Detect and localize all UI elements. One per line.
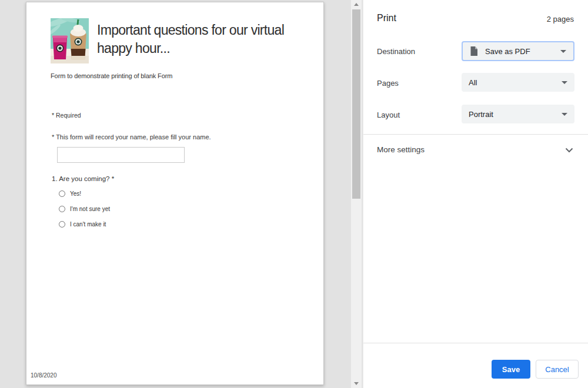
pages-dropdown[interactable]: All	[462, 73, 574, 92]
footer-divider	[363, 343, 588, 343]
radio-option-cant-make-it: I can't make it	[59, 221, 110, 228]
radio-circle-icon	[59, 206, 65, 212]
name-record-prompt: * This form will record your name, pleas…	[52, 133, 211, 141]
form-header-image	[51, 18, 89, 63]
radio-option-not-sure: I'm not sure yet	[59, 206, 110, 212]
form-title-line2: happy hour...	[97, 39, 322, 58]
preview-page-1: Important questions for our virtual happ…	[26, 2, 324, 385]
cancel-button[interactable]: Cancel	[536, 360, 579, 379]
page-count-label: 2 pages	[547, 15, 574, 24]
pages-value: All	[469, 78, 562, 87]
print-preview-area: Important questions for our virtual happ…	[0, 0, 363, 388]
form-title-line1: Important questions for our virtual	[97, 21, 322, 39]
question-1-options: Yes! I'm not sure yet I can't make it	[59, 190, 110, 236]
required-note: * Required	[52, 112, 81, 119]
scrollbar-up-arrow-icon[interactable]	[354, 3, 359, 6]
page-footer-date: 10/8/2020	[31, 372, 57, 379]
question-1-label: 1. Are you coming? *	[52, 175, 114, 182]
form-subtitle: Form to demonstrate printing of blank Fo…	[51, 72, 172, 79]
document-icon	[470, 46, 478, 56]
more-settings-label: More settings	[377, 145, 425, 154]
more-settings-toggle[interactable]: More settings	[363, 135, 588, 165]
radio-option-yes: Yes!	[59, 190, 110, 197]
form-title: Important questions for our virtual happ…	[97, 21, 322, 58]
pages-label: Pages	[377, 79, 399, 88]
dropdown-caret-icon	[562, 81, 567, 84]
radio-circle-icon	[59, 190, 65, 197]
destination-label: Destination	[377, 47, 415, 56]
dropdown-caret-icon	[562, 113, 567, 116]
radio-circle-icon	[59, 221, 65, 228]
radio-option-label: I can't make it	[70, 221, 106, 228]
layout-label: Layout	[377, 111, 400, 119]
radio-option-label: I'm not sure yet	[70, 206, 110, 212]
scrollbar-thumb[interactable]	[352, 9, 360, 199]
save-button[interactable]: Save	[492, 360, 530, 379]
dialog-title: Print	[377, 13, 396, 24]
destination-value: Save as PDF	[485, 47, 560, 56]
print-settings-panel: Print 2 pages Destination Save as PDF Pa…	[363, 0, 588, 388]
scrollbar-down-arrow-icon[interactable]	[354, 382, 359, 385]
layout-dropdown[interactable]: Portrait	[462, 105, 574, 123]
destination-dropdown[interactable]: Save as PDF	[462, 41, 574, 61]
radio-option-label: Yes!	[70, 190, 81, 197]
preview-scrollbar[interactable]	[351, 0, 362, 388]
name-text-input-preview	[57, 147, 185, 163]
chevron-down-icon	[565, 148, 573, 153]
layout-value: Portrait	[469, 110, 562, 119]
dropdown-caret-icon	[560, 50, 566, 53]
